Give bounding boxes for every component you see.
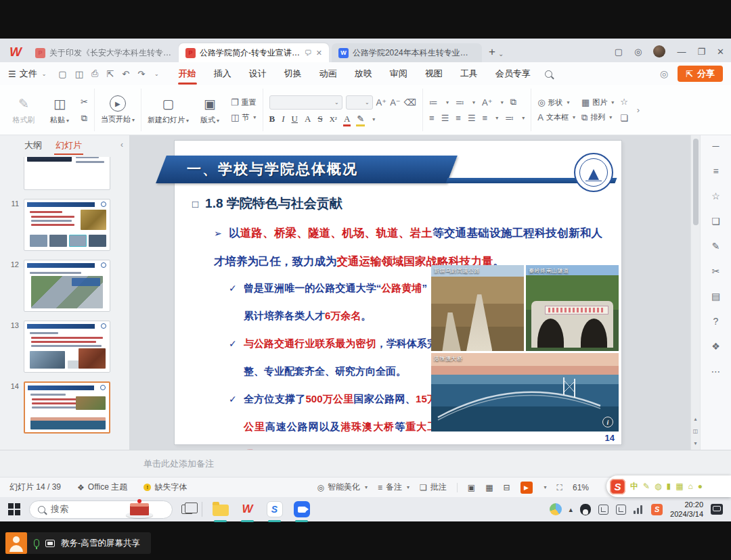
undo-icon[interactable]: ↶: [122, 69, 129, 79]
prev-slide-icon[interactable]: ◫: [693, 428, 699, 434]
ime-settings-icon[interactable]: ●: [698, 482, 703, 491]
superscript-button[interactable]: X²: [330, 115, 337, 123]
ime-pen-icon[interactable]: ✎: [643, 482, 650, 491]
taskbar-wps-icon[interactable]: W: [238, 500, 257, 519]
menu-transitions[interactable]: 切换: [275, 62, 311, 85]
ime-toolbox-icon[interactable]: ⌂: [688, 482, 693, 491]
new-slide-button[interactable]: ▢ 新建幻灯片▾: [148, 95, 189, 125]
thumbnail-row-11[interactable]: 11: [5, 199, 126, 251]
tab-comment-icon[interactable]: 🗩: [305, 49, 312, 57]
fit-window-icon[interactable]: ⛶: [557, 483, 562, 492]
task-view-icon[interactable]: [181, 505, 193, 514]
tray-sogou-icon[interactable]: S: [651, 504, 663, 515]
taskbar-sogou-icon[interactable]: S: [265, 500, 284, 519]
highlight-color-button[interactable]: ✎: [357, 114, 364, 124]
increase-font-icon[interactable]: A⁺: [376, 97, 387, 108]
sogou-logo-icon[interactable]: S: [610, 479, 625, 494]
close-button[interactable]: ✕: [717, 47, 724, 57]
textbox-button[interactable]: A 文本框 ▾: [537, 112, 575, 122]
slideshow-play-button[interactable]: ▶: [520, 482, 533, 494]
ime-wubi-icon[interactable]: ◍: [655, 482, 661, 491]
notification-center-icon[interactable]: [711, 504, 723, 515]
theme-indicator[interactable]: ❖ Office 主题: [77, 482, 127, 493]
menu-view[interactable]: 视图: [416, 62, 451, 85]
file-menu[interactable]: ☰ 文件 ⌄: [8, 68, 46, 80]
restore-button[interactable]: ❐: [697, 47, 705, 57]
slide-thumbnail-selected[interactable]: [24, 381, 110, 434]
zoom-level[interactable]: 61%: [573, 483, 589, 492]
char-spacing-button[interactable]: A: [305, 114, 311, 124]
thumbnail-row-12[interactable]: 12: [5, 260, 126, 312]
screen-share-indicator[interactable]: 教务-高雪的屏幕共享: [5, 532, 151, 554]
doc-tab-2-active[interactable]: P 公路学院简介-转专业宣讲.ppt 🗩 ✕: [179, 43, 329, 62]
text-direction-icon[interactable]: A⁺: [482, 97, 493, 108]
scroll-down-icon[interactable]: ▾: [694, 440, 696, 446]
notes-button[interactable]: ≡ 备注 ▾: [378, 482, 409, 493]
tab-close-icon[interactable]: ✕: [316, 49, 322, 57]
format-painter-button[interactable]: ✎ 格式刷: [9, 95, 39, 125]
favorites-icon[interactable]: ☆: [711, 191, 720, 202]
italic-button[interactable]: I: [282, 114, 284, 124]
search-highlight-cake-icon[interactable]: [125, 496, 154, 519]
clip-tools-icon[interactable]: ✂: [712, 266, 720, 277]
slide-sorter-icon[interactable]: ▦: [485, 483, 493, 492]
font-more-dropdown-icon[interactable]: ▾: [372, 116, 375, 122]
underline-button[interactable]: U: [292, 114, 298, 124]
slide-canvas[interactable]: 一、学校与学院总体概况 □ 1.8 学院特色与社会贡献 ➢以道路、桥梁、隧道、机…: [175, 141, 621, 444]
input-method-toolbar[interactable]: S 中 ✎ ◍ ▮ ▦ ⌂ ●: [606, 475, 731, 497]
panel-collapse-icon[interactable]: ‹: [120, 140, 123, 149]
outline-color-icon[interactable]: ❏: [620, 113, 628, 123]
network-icon[interactable]: [634, 505, 644, 514]
reset-button[interactable]: ❐ 重置: [231, 97, 257, 108]
skin-icon[interactable]: ❖: [711, 341, 720, 352]
font-size-input[interactable]: ⌄: [346, 95, 373, 110]
strikethrough-button[interactable]: S: [317, 114, 322, 124]
menu-home[interactable]: 开始: [170, 62, 205, 85]
align-center-icon[interactable]: ☰: [441, 113, 449, 123]
paragraph-dropdown-icon[interactable]: ▾: [522, 115, 525, 121]
thumbnail-row-10[interactable]: [5, 157, 126, 190]
save-icon[interactable]: ◫: [75, 69, 83, 79]
paragraph-settings-icon[interactable]: ≕: [505, 113, 514, 123]
menu-animations[interactable]: 动画: [311, 62, 346, 85]
print-icon[interactable]: ⎙: [91, 68, 98, 79]
user-avatar[interactable]: [653, 45, 665, 57]
smart-beautify-button[interactable]: ◎ 智能美化 ▾: [317, 482, 368, 493]
ime-mic-icon[interactable]: ▮: [667, 482, 671, 491]
bullets-dropdown-icon[interactable]: ▾: [446, 99, 449, 106]
ime-keyboard-icon[interactable]: ▦: [675, 482, 683, 491]
line-spacing-dropdown-icon[interactable]: ▾: [495, 115, 498, 121]
align-right-icon[interactable]: ≡: [456, 113, 461, 123]
doc-tab-1[interactable]: P 关于印发《长安大学本科生转专业及: [28, 43, 179, 62]
decrease-font-icon[interactable]: A⁻: [390, 97, 401, 108]
qq-penguin-icon[interactable]: [580, 504, 591, 515]
menu-slideshow[interactable]: 放映: [346, 62, 381, 85]
more-icon[interactable]: ⋯: [711, 366, 721, 377]
tab-outline[interactable]: 大纲: [24, 139, 42, 151]
picture-button[interactable]: ▦ 图片 ▾: [581, 97, 614, 108]
comments-icon[interactable]: ❏: [711, 216, 720, 227]
taskbar-search[interactable]: 搜索: [29, 500, 173, 519]
ime-lang-icon[interactable]: 中: [630, 481, 638, 492]
minimize-button[interactable]: —: [677, 47, 686, 57]
redo-icon[interactable]: ↷: [137, 69, 145, 79]
font-color-button[interactable]: A: [344, 114, 350, 124]
menu-design[interactable]: 设计: [240, 62, 275, 85]
skin-settings-icon[interactable]: ◎: [634, 47, 642, 57]
menu-member[interactable]: 会员专享: [487, 62, 539, 85]
microphone-icon[interactable]: [34, 539, 39, 547]
slideshow-dropdown-icon[interactable]: ▾: [544, 484, 547, 490]
export-icon[interactable]: ⇱: [106, 69, 114, 79]
thumbnail-row-14-selected[interactable]: 14: [5, 381, 126, 434]
layout-button[interactable]: ▣ 版式▾: [195, 95, 225, 125]
slide-thumbnail[interactable]: [24, 321, 110, 373]
tray-app-icon-1[interactable]: [598, 505, 608, 515]
align-left-icon[interactable]: ≡: [429, 113, 435, 123]
tab-list-dropdown-icon[interactable]: ⌄: [498, 50, 504, 57]
share-button[interactable]: ⇱ 分享: [678, 66, 723, 82]
new-doc-icon[interactable]: ▢: [58, 69, 66, 79]
tray-app-icon-2[interactable]: [616, 505, 626, 515]
fill-color-icon[interactable]: ☆: [620, 97, 628, 107]
thumbnail-row-13[interactable]: 13: [5, 321, 126, 373]
menu-tools[interactable]: 工具: [451, 62, 487, 85]
